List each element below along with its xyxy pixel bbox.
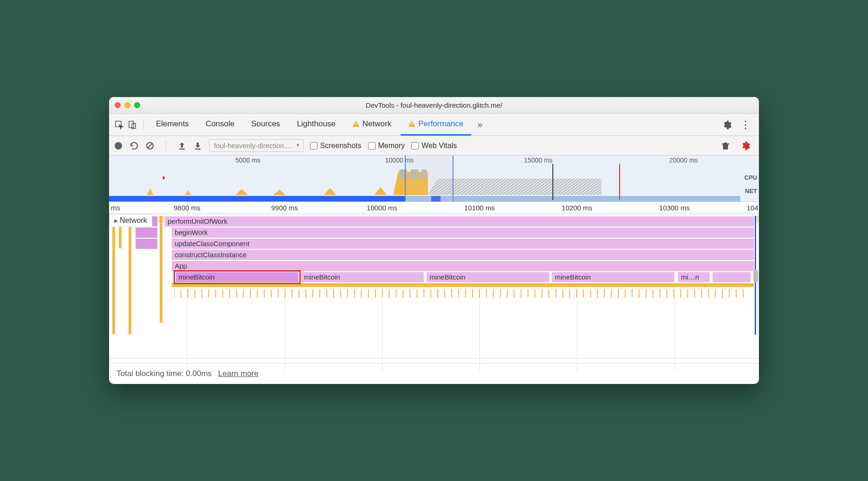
minor-ticks-svg — [174, 287, 752, 299]
screenshots-label: Screenshots — [320, 142, 362, 150]
main-tabbar: Elements Console Sources Lighthouse Netw… — [109, 114, 759, 136]
flame-frame[interactable] — [135, 227, 158, 238]
webvitals-label: Web Vitals — [421, 142, 457, 150]
memory-label: Memory — [378, 142, 405, 150]
ruler-tick: 10200 ms — [562, 204, 592, 212]
flame-frame-minebitcoin[interactable]: mi…n — [678, 272, 710, 283]
flame-frame[interactable] — [712, 272, 751, 283]
tab-network-label: Network — [363, 119, 391, 129]
panel-tabs: Elements Console Sources Lighthouse Netw… — [149, 114, 718, 136]
svg-rect-4 — [356, 125, 356, 126]
ruler-tick: 10300 ms — [659, 204, 690, 212]
tab-sources[interactable]: Sources — [244, 114, 287, 136]
blocking-time-text: Total blocking time: 0.00ms — [117, 369, 212, 378]
close-window-button[interactable] — [115, 102, 121, 108]
tab-elements[interactable]: Elements — [149, 114, 196, 136]
svg-rect-5 — [411, 123, 412, 125]
net-label: NET — [745, 188, 757, 195]
ruler-tick: 10000 ms — [367, 204, 397, 212]
inspect-icon[interactable] — [113, 118, 126, 131]
record-button[interactable] — [114, 141, 123, 150]
tab-console[interactable]: Console — [198, 114, 242, 136]
svg-marker-13 — [428, 179, 602, 195]
separator — [166, 141, 166, 151]
warning-icon — [352, 120, 360, 128]
tab-lighthouse[interactable]: Lighthouse — [290, 114, 343, 136]
kebab-menu-icon[interactable]: ⋮ — [736, 119, 755, 131]
learn-more-link[interactable]: Learn more — [218, 369, 259, 378]
settings-icon[interactable] — [722, 120, 732, 130]
tab-performance-label: Performance — [418, 119, 463, 129]
clear-button[interactable] — [145, 141, 155, 150]
devtools-window: DevTools - foul-heavenly-direction.glitc… — [109, 97, 759, 384]
svg-rect-14 — [163, 176, 165, 179]
download-icon[interactable] — [193, 141, 202, 150]
timeline-overview[interactable]: 5000 ms 10000 ms 15000 ms 20000 ms CPU N… — [109, 156, 759, 202]
overview-tick: 5000 ms — [235, 156, 260, 164]
svg-rect-1 — [129, 121, 134, 128]
overview-marker — [552, 164, 553, 200]
flame-chart[interactable]: Network performUnitOfWork beginWork upda… — [109, 214, 759, 358]
task-bar — [112, 216, 115, 334]
tab-performance[interactable]: Performance — [401, 114, 471, 136]
cpu-label: CPU — [745, 174, 757, 181]
overview-marker-red — [619, 164, 620, 200]
performance-toolbar: foul-heavenly-direction.... Screenshots … — [109, 136, 759, 156]
footer: Total blocking time: 0.00ms Learn more — [109, 364, 759, 384]
overview-tick: 20000 ms — [669, 156, 698, 164]
window-title: DevTools - foul-heavenly-direction.glitc… — [109, 101, 759, 109]
upload-icon[interactable] — [177, 141, 187, 150]
flame-frame-minebitcoin[interactable]: mineBitcoin — [551, 272, 675, 283]
tab-network[interactable]: Network — [345, 114, 399, 136]
scroll-thumb[interactable] — [753, 270, 758, 283]
more-tabs-button[interactable]: » — [473, 119, 487, 130]
minimize-window-button[interactable] — [124, 102, 130, 108]
flame-frame-performunit[interactable]: performUnitOfWork — [164, 216, 754, 227]
svg-rect-3 — [356, 123, 356, 125]
flame-frame-minebitcoin[interactable]: mineBitcoin — [426, 272, 550, 283]
memory-checkbox[interactable]: Memory — [368, 142, 405, 150]
svg-marker-8 — [147, 172, 428, 195]
overview-selection[interactable] — [405, 156, 453, 202]
flame-frame-task[interactable] — [171, 283, 754, 287]
reload-button[interactable] — [130, 141, 139, 150]
ruler-tick: 104 — [746, 204, 758, 212]
webvitals-checkbox[interactable]: Web Vitals — [411, 142, 457, 150]
network-track-label[interactable]: Network — [109, 214, 152, 227]
flame-frame-constructclass[interactable]: constructClassInstance — [171, 249, 754, 260]
window-controls — [115, 102, 140, 108]
ruler-tick: 10100 ms — [464, 204, 495, 212]
flame-frame-minebitcoin[interactable]: mineBitcoin — [175, 272, 299, 283]
recording-dropdown[interactable]: foul-heavenly-direction.... — [209, 139, 304, 152]
titlebar: DevTools - foul-heavenly-direction.glitc… — [109, 97, 759, 114]
flame-frame-minebitcoin[interactable]: mineBitcoin — [301, 272, 424, 283]
task-bar — [160, 216, 162, 323]
flame-frame-updateclass[interactable]: updateClassComponent — [171, 238, 754, 249]
device-toggle-icon[interactable] — [126, 118, 139, 131]
flame-frame[interactable] — [135, 238, 158, 249]
screenshots-checkbox[interactable]: Screenshots — [310, 142, 362, 150]
flame-frame-beginwork[interactable]: beginWork — [171, 227, 754, 238]
task-bar — [129, 216, 131, 334]
ruler-tick: 9900 ms — [271, 204, 298, 212]
maximize-window-button[interactable] — [134, 102, 140, 108]
svg-rect-6 — [411, 125, 412, 126]
ruler-tick: ms — [111, 204, 120, 212]
separator — [143, 120, 144, 130]
trash-icon[interactable] — [721, 141, 730, 150]
panel-divider[interactable] — [109, 358, 759, 364]
overview-tick: 15000 ms — [524, 156, 552, 164]
flame-frame-app[interactable]: App — [171, 260, 754, 272]
warning-icon — [408, 120, 415, 128]
time-ruler[interactable]: ms 9800 ms 9900 ms 10000 ms 10100 ms 102… — [109, 202, 759, 214]
capture-settings-icon[interactable] — [740, 141, 751, 151]
ruler-tick: 9800 ms — [174, 204, 201, 212]
